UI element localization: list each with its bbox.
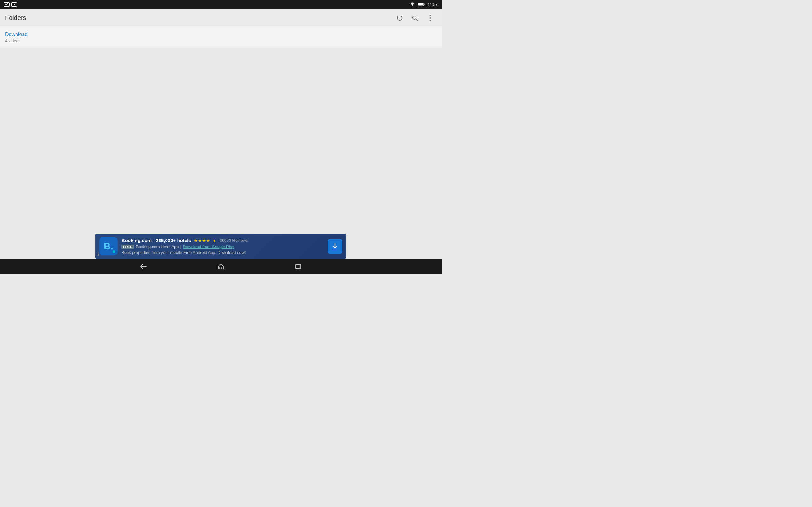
svg-rect-14	[296, 264, 301, 269]
search-icon	[412, 15, 418, 21]
main-content	[0, 48, 442, 252]
ad-title: Booking.com - 265,000+ hotels	[121, 238, 191, 243]
ad-download-icon	[332, 243, 339, 250]
folder-count: 4 videos	[5, 38, 437, 43]
nav-home-button[interactable]	[214, 260, 228, 274]
image-thumbnail-icon	[4, 2, 9, 7]
ad-stars: ★★★★	[194, 238, 210, 243]
refresh-icon	[396, 14, 403, 21]
ad-description: Book properties from your mobile Free An…	[121, 250, 324, 255]
ad-icon-letter: B.	[104, 241, 113, 251]
folder-name: Download	[5, 32, 437, 38]
folder-item-download[interactable]: Download 4 videos	[0, 27, 442, 48]
ad-subtitle-row: FREE Booking.com Hotel App | Download fr…	[121, 244, 324, 249]
home-icon	[217, 263, 224, 270]
ad-download-button[interactable]	[328, 239, 342, 253]
ad-info-icon: ℹ	[97, 251, 99, 257]
refresh-button[interactable]	[393, 12, 406, 24]
status-bar: 11:57	[0, 0, 442, 9]
app-bar: Folders	[0, 9, 442, 27]
svg-rect-6	[418, 3, 423, 6]
search-button[interactable]	[409, 12, 421, 24]
status-bar-left	[4, 2, 17, 7]
ad-subtitle: Booking.com Hotel App |	[136, 244, 181, 249]
ad-icon-dot	[113, 250, 115, 253]
svg-point-1	[7, 3, 8, 4]
nav-back-button[interactable]	[136, 260, 150, 274]
ad-content: Booking.com - 265,000+ hotels ★★★★ ⯨ 360…	[121, 238, 324, 255]
svg-rect-5	[424, 4, 425, 5]
video-thumbnail-icon	[11, 2, 17, 7]
ad-title-row: Booking.com - 265,000+ hotels ★★★★ ⯨ 360…	[121, 238, 324, 243]
svg-marker-3	[14, 4, 15, 5]
app-bar-title: Folders	[5, 14, 393, 21]
nav-recents-button[interactable]	[291, 260, 305, 274]
ad-banner[interactable]: B. Booking.com - 265,000+ hotels ★★★★ ⯨ …	[96, 234, 346, 259]
more-options-button[interactable]	[424, 12, 437, 24]
nav-bar	[0, 259, 442, 274]
app-bar-actions	[393, 12, 437, 24]
back-icon	[140, 263, 147, 270]
ad-app-icon: B.	[99, 237, 118, 256]
more-icon	[429, 14, 431, 21]
status-bar-right: 11:57	[409, 2, 438, 7]
folder-list: Download 4 videos	[0, 27, 442, 48]
battery-icon	[418, 3, 425, 6]
ad-reviews: 36073 Reviews	[220, 238, 248, 243]
svg-point-10	[429, 17, 431, 19]
ad-half-star: ⯨	[213, 238, 217, 243]
recents-icon	[295, 264, 301, 269]
svg-point-9	[429, 15, 431, 16]
wifi-icon	[409, 2, 415, 7]
status-time: 11:57	[427, 2, 438, 7]
svg-rect-13	[220, 267, 222, 269]
svg-point-11	[429, 20, 431, 21]
svg-line-8	[416, 19, 418, 20]
ad-free-badge: FREE	[121, 245, 134, 249]
ad-play-link[interactable]: Download from Google Play	[183, 244, 234, 249]
